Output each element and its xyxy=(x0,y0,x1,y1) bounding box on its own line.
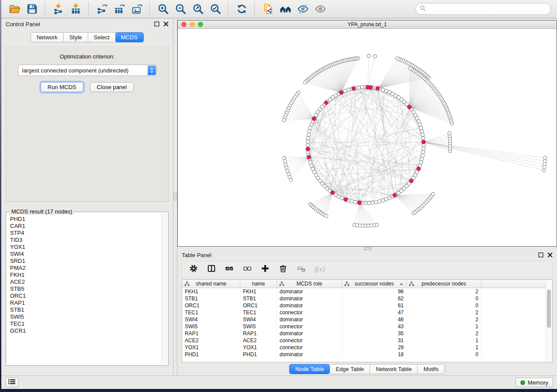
column-header-shared-name[interactable]: shared name xyxy=(182,280,240,288)
cell-name[interactable]: RAP1 xyxy=(240,330,277,337)
cell-mcds-role[interactable]: dominator xyxy=(277,302,342,309)
delete-entry-button[interactable] xyxy=(279,264,287,275)
column-header-name[interactable]: name xyxy=(240,280,277,288)
mcds-result-item[interactable]: ACE2 xyxy=(10,279,162,285)
cell-shared-name[interactable]: STB1 xyxy=(182,295,240,302)
cell-successor-nodes[interactable]: 47 xyxy=(342,309,407,316)
table-row[interactable]: RAP1RAP1dominator352 xyxy=(182,330,546,337)
cell-name[interactable]: STB1 xyxy=(240,295,277,302)
mcds-result-item[interactable]: SRD1 xyxy=(10,258,162,265)
mcds-result-item[interactable]: STP4 xyxy=(10,230,162,237)
cell-predecessor-nodes[interactable]: 1 xyxy=(407,337,481,344)
cell-predecessor-nodes[interactable]: 1 xyxy=(407,344,481,351)
mcds-result-item[interactable]: STB5 xyxy=(10,285,162,292)
mcds-result-item[interactable]: RAP1 xyxy=(10,299,162,306)
table-panel-close-button[interactable] xyxy=(547,252,553,258)
tab-select[interactable]: Select xyxy=(88,32,116,42)
cell-mcds-role[interactable]: connector xyxy=(277,323,342,330)
splitter-grip[interactable] xyxy=(173,193,177,200)
cell-name[interactable]: SWI4 xyxy=(240,316,277,323)
mcds-result-item[interactable]: STB1 xyxy=(10,306,162,313)
table-settings-button[interactable] xyxy=(189,264,198,275)
network-svg[interactable] xyxy=(178,29,557,246)
table-row[interactable]: ACE2ACE2connector311 xyxy=(182,337,546,344)
export-network-button[interactable] xyxy=(93,2,111,17)
cell-successor-nodes[interactable]: 29 xyxy=(342,344,407,351)
cell-shared-name[interactable]: PHD1 xyxy=(182,351,240,358)
optimization-criterion-select[interactable]: largest connected component (undirected) xyxy=(18,65,157,76)
hide-selected-button[interactable] xyxy=(294,2,311,17)
zoom-selected-button[interactable] xyxy=(207,2,224,17)
delete-table-button[interactable] xyxy=(297,264,305,275)
cell-shared-name[interactable]: TEC1 xyxy=(182,309,240,316)
cell-successor-nodes[interactable]: 31 xyxy=(342,337,407,344)
cell-mcds-role[interactable]: dominator xyxy=(277,288,342,296)
open-file-button[interactable] xyxy=(6,2,23,17)
cell-shared-name[interactable]: ACE2 xyxy=(182,337,240,344)
mcds-result-item[interactable]: PHD1 xyxy=(10,216,162,223)
refresh-view-button[interactable] xyxy=(233,2,250,17)
mcds-result-item[interactable]: SWI4 xyxy=(10,251,162,258)
network-canvas[interactable] xyxy=(178,29,557,246)
cell-shared-name[interactable]: SWI5 xyxy=(182,323,240,330)
cell-successor-nodes[interactable]: 61 xyxy=(342,302,407,309)
cell-mcds-role[interactable]: connector xyxy=(277,309,342,316)
cell-name[interactable]: SWI5 xyxy=(240,323,277,330)
cell-mcds-role[interactable]: dominator xyxy=(277,351,342,358)
mcds-close-panel-button[interactable]: Close panel xyxy=(90,82,134,92)
column-header-predecessor-nodes[interactable]: predecessor nodes xyxy=(407,280,481,288)
cell-name[interactable]: ORC1 xyxy=(240,302,277,309)
cell-mcds-role[interactable]: dominator xyxy=(277,316,342,323)
cell-name[interactable]: TEC1 xyxy=(240,309,277,316)
cell-successor-nodes[interactable]: 43 xyxy=(342,323,407,330)
cell-predecessor-nodes[interactable]: 2 xyxy=(407,309,481,316)
cell-successor-nodes[interactable]: 96 xyxy=(342,288,407,296)
cell-shared-name[interactable]: RAP1 xyxy=(182,330,240,337)
table-panel-float-button[interactable] xyxy=(538,252,543,258)
tab-network[interactable]: Network xyxy=(31,32,64,42)
mcds-result-item[interactable]: ORC1 xyxy=(10,292,162,299)
function-builder-button[interactable]: f(x) xyxy=(315,265,325,274)
mcds-result-list[interactable]: PHD1CAR1STP4TID3YOX1SWI4SRD1PMA2FKH1ACE2… xyxy=(7,213,162,365)
mcds-result-item[interactable]: GCR1 xyxy=(10,327,162,334)
cell-mcds-role[interactable]: connector xyxy=(277,344,342,351)
mcds-result-item[interactable]: CAR1 xyxy=(10,223,162,230)
cell-successor-nodes[interactable]: 18 xyxy=(342,351,407,358)
cell-shared-name[interactable]: FKH1 xyxy=(182,288,240,296)
tab-motifs[interactable]: Motifs xyxy=(418,364,445,374)
tab-node-table[interactable]: Node Table xyxy=(289,364,330,374)
cell-predecessor-nodes[interactable]: 2 xyxy=(407,330,481,337)
zoom-out-button[interactable] xyxy=(172,2,189,17)
control-panel-float-button[interactable] xyxy=(154,21,159,27)
cell-predecessor-nodes[interactable]: 2 xyxy=(407,288,481,296)
table-scrollbar[interactable] xyxy=(546,280,552,362)
cell-name[interactable]: FKH1 xyxy=(240,288,277,296)
tab-network-table[interactable]: Network Table xyxy=(370,364,418,374)
search-box[interactable] xyxy=(415,3,551,15)
table-scrollbar-thumb[interactable] xyxy=(547,289,551,328)
table-row[interactable]: TEC1TEC1connector472 xyxy=(182,309,546,316)
cell-predecessor-nodes[interactable]: 0 xyxy=(407,351,481,358)
splitter-grip-h[interactable] xyxy=(364,247,371,250)
cell-shared-name[interactable]: YOX1 xyxy=(182,344,240,351)
import-table-button[interactable] xyxy=(67,2,84,17)
cell-predecessor-nodes[interactable]: 0 xyxy=(407,302,481,309)
show-all-button[interactable] xyxy=(311,2,329,17)
column-header-successor-nodes[interactable]: successor nodes xyxy=(342,280,407,288)
select-all-button[interactable] xyxy=(225,264,234,275)
tab-mcds[interactable]: MCDS xyxy=(115,32,144,42)
cell-predecessor-nodes[interactable]: 0 xyxy=(407,295,481,302)
cell-name[interactable]: ACE2 xyxy=(240,337,277,344)
vertical-splitter[interactable] xyxy=(173,18,177,375)
export-image-button[interactable] xyxy=(128,2,145,17)
add-entry-button[interactable] xyxy=(261,264,270,275)
cell-predecessor-nodes[interactable]: 2 xyxy=(407,316,481,323)
cell-name[interactable]: PHD1 xyxy=(240,351,277,358)
column-header-mcds-role[interactable]: MCDS role xyxy=(277,280,342,288)
control-panel-close-button[interactable] xyxy=(163,21,169,27)
cell-mcds-role[interactable]: dominator xyxy=(277,330,342,337)
task-history-button[interactable] xyxy=(5,378,18,387)
cell-mcds-role[interactable]: dominator xyxy=(277,295,342,302)
save-session-button[interactable] xyxy=(23,2,41,17)
horizontal-splitter[interactable] xyxy=(177,247,557,250)
